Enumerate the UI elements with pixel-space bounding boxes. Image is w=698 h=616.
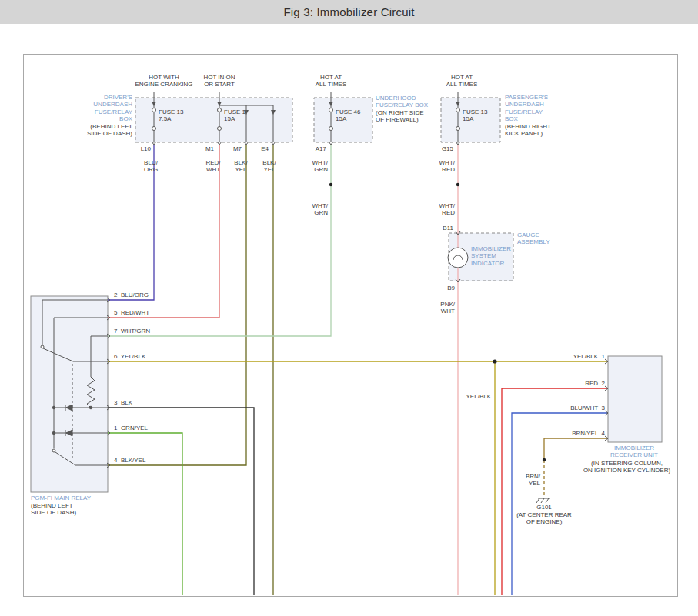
feed-label-hot-at-all-times-2: HOT AT ALL TIMES: [416, 74, 508, 88]
wire-label-brn-yel: BRN/ YEL: [509, 473, 540, 488]
relay-pin-6-label: 6 YEL/BLK: [114, 353, 183, 360]
receiver-pin-4-label: BRN/YEL 4: [543, 430, 605, 437]
fuse-13b-label: FUSE 13 15A: [463, 108, 501, 123]
drivers-box-name: DRIVER'S UNDERDASH FUSE/RELAY BOX: [40, 94, 132, 122]
splice-dot: [456, 183, 459, 186]
ground-g101-location: (AT CENTER REAR OF ENGINE): [500, 511, 588, 526]
relay-pin-7-label: 7 WHT/GRN: [114, 328, 183, 335]
connector-b9-label: B9: [426, 285, 455, 291]
immobilizer-receiver-box: [608, 356, 662, 442]
ground-g101-label: G101: [529, 504, 559, 511]
wire-label-blu-org: BLU/ ORG: [129, 159, 172, 174]
splice-dot: [543, 458, 546, 461]
receiver-unit-name: IMMOBILIZER RECEIVER UNIT: [596, 445, 673, 459]
fuse-13-label: FUSE 13 7.5A: [159, 108, 197, 123]
feed-label-hot-in-on-or-start: HOT IN ON OR START: [173, 74, 266, 88]
connector-g15-label: G15: [424, 145, 453, 152]
splice-dot: [329, 183, 332, 186]
fuse-46-label: FUSE 46 15A: [336, 108, 374, 123]
immobilizer-indicator-label: IMMOBILIZER SYSTEM INDICATOR: [471, 245, 525, 267]
immobilizer-indicator-bulb-icon: [448, 248, 468, 268]
wire-label-yel-blk: YEL/BLK: [445, 393, 491, 400]
passenger-box-name: PASSENGER'S UNDERDASH FUSE/RELAY BOX: [505, 94, 589, 122]
connector-m1-label: M1: [185, 145, 214, 152]
relay-name: PGM-FI MAIN RELAY: [31, 494, 131, 501]
connector-b11-label: B11: [424, 225, 453, 231]
relay-pin-2-label: 2 BLU/ORG: [114, 291, 183, 298]
wiring-diagram: [0, 0, 698, 616]
relay-location: (BEHIND LEFT SIDE OF DASH): [31, 502, 131, 517]
underhood-box-location: (ON RIGHT SIDE OF FIREWALL): [376, 109, 460, 124]
relay-pin-3-label: 3 BLK: [114, 399, 183, 406]
wire-label-wht-red-lower: WHT/ RED: [410, 202, 455, 217]
junction-dot: [493, 359, 496, 363]
wire-label-pnk-wht: PNK/ WHT: [410, 301, 455, 315]
passenger-box-location: (BEHIND RIGHT KICK PANEL): [505, 123, 589, 138]
receiver-pin-2-label: RED 2: [543, 380, 605, 387]
wire-label-wht-grn-lower: WHT/ GRN: [283, 202, 328, 217]
relay-pin-5-label: 5 RED/WHT: [114, 309, 183, 316]
connector-l10-label: L10: [122, 145, 151, 152]
connector-m7-label: M7: [212, 145, 242, 152]
drivers-box-location: (BEHIND LEFT SIDE OF DASH): [40, 123, 132, 138]
figure-page: Fig 3: Immobilizer Circuit: [0, 0, 698, 616]
fuse-1-label: FUSE 1 15A: [224, 108, 262, 123]
relay-pin-4-label: 4 BLK/YEL: [114, 457, 183, 464]
receiver-pin-1-label: YEL/BLK 1: [543, 353, 605, 360]
wire-label-wht-grn-upper: WHT/ GRN: [283, 159, 328, 174]
receiver-unit-location: (IN STEERING COLUMN, ON IGNITION KEY CYL…: [567, 460, 686, 474]
gauge-assembly-name: GAUGE ASSEMBLY: [517, 231, 579, 246]
feed-label-hot-at-all-times-1: HOT AT ALL TIMES: [285, 74, 377, 88]
connector-e4-label: E4: [239, 145, 269, 152]
relay-pin-1-label: 1 GRN/YEL: [114, 425, 183, 431]
connector-a17-label: A17: [297, 145, 326, 152]
underhood-box-name: UNDERHOOD FUSE/RELAY BOX: [376, 95, 460, 109]
receiver-pin-3-label: BLU/WHT 3: [543, 405, 605, 411]
wire-label-wht-red-upper: WHT/ RED: [410, 159, 455, 174]
